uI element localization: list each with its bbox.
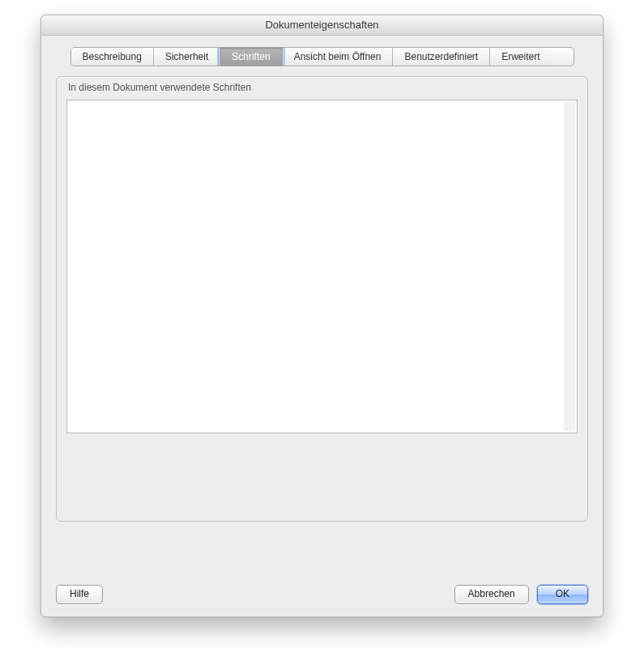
scrollbar[interactable] — [564, 102, 575, 431]
help-button[interactable]: Hilfe — [56, 585, 103, 604]
fonts-groupbox-title: In diesem Dokument verwendete Schriften — [68, 82, 251, 93]
fonts-groupbox: In diesem Dokument verwendete Schriften — [56, 76, 588, 522]
tab-advanced[interactable]: Erweitert — [489, 48, 551, 66]
fonts-list[interactable] — [66, 100, 578, 433]
tab-security[interactable]: Sicherheit — [153, 48, 220, 66]
ok-button[interactable]: OK — [537, 585, 588, 604]
tab-fonts[interactable]: Schriften — [220, 48, 281, 66]
tab-description[interactable]: Beschreibung — [71, 48, 153, 66]
cancel-button[interactable]: Abbrechen — [454, 585, 529, 604]
tab-initial-view[interactable]: Ansicht beim Öffnen — [282, 48, 393, 66]
document-properties-window: Dokumenteigenschaften Beschreibung Siche… — [41, 15, 603, 617]
dialog-button-row: Hilfe Abbrechen OK — [56, 585, 588, 604]
window-title: Dokumenteigenschaften — [41, 15, 603, 36]
window-body: Beschreibung Sicherheit Schriften Ansich… — [41, 36, 603, 617]
tab-bar: Beschreibung Sicherheit Schriften Ansich… — [70, 47, 574, 66]
tab-custom[interactable]: Benutzerdefiniert — [392, 48, 489, 66]
